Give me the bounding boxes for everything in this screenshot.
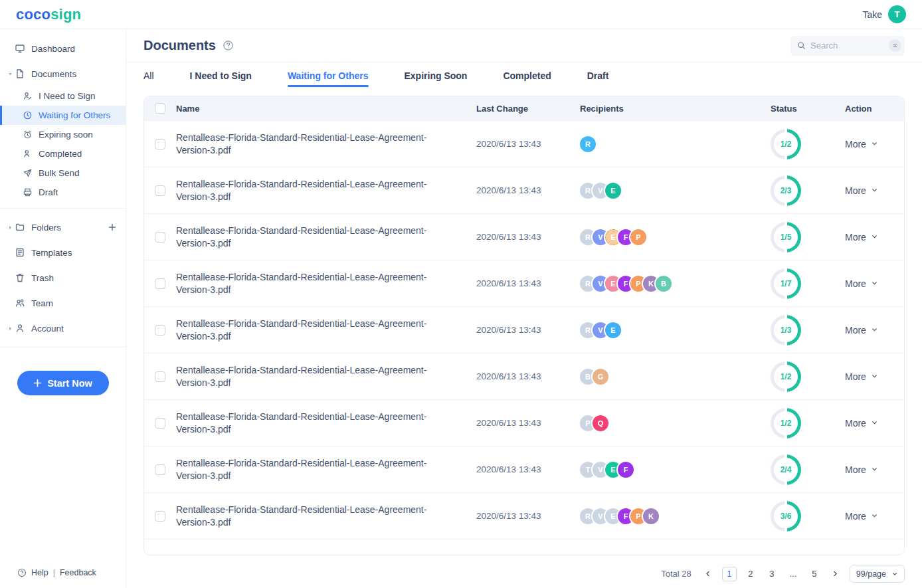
sidebar-item-label: Team	[31, 298, 53, 308]
status-fraction: 2/4	[774, 458, 798, 482]
tab-completed[interactable]: Completed	[503, 70, 551, 87]
sidebar-item-expiring-soon[interactable]: Expiring soon	[0, 125, 126, 144]
sidebar-item-account[interactable]: Account	[0, 318, 126, 338]
page-ellipsis: ...	[786, 567, 800, 581]
more-label: More	[845, 511, 866, 522]
caret-right-icon[interactable]	[5, 326, 15, 332]
select-all-checkbox[interactable]	[155, 103, 165, 114]
column-header-last-change: Last Change	[476, 104, 580, 114]
last-change: 2020/6/13 13:43	[476, 185, 580, 195]
last-change: 2020/6/13 13:43	[476, 464, 580, 474]
start-now-button[interactable]: Start Now	[17, 371, 109, 395]
search-clear-button[interactable]	[889, 39, 901, 52]
tab-draft[interactable]: Draft	[587, 70, 609, 87]
row-checkbox[interactable]	[155, 511, 165, 522]
sidebar-item-completed[interactable]: Completed	[0, 144, 126, 163]
tab-i-need-to-sign[interactable]: I Need to Sign	[190, 70, 252, 87]
more-label: More	[845, 464, 866, 475]
more-button[interactable]: More	[845, 232, 878, 243]
last-change: 2020/6/13 13:43	[476, 418, 580, 428]
page-button-5[interactable]: 5	[807, 567, 822, 581]
page-size-select[interactable]: 99/page	[850, 565, 905, 583]
row-checkbox[interactable]	[155, 232, 165, 243]
more-button[interactable]: More	[845, 185, 878, 196]
recipient-avatar: E	[605, 322, 621, 338]
page-button-3[interactable]: 3	[765, 567, 779, 581]
more-button[interactable]: More	[845, 325, 878, 336]
help-link[interactable]: Help	[31, 568, 48, 577]
sidebar-item-trash[interactable]: Trash	[0, 268, 126, 288]
sidebar-item-label: Folders	[31, 223, 61, 233]
tab-expiring-soon[interactable]: Expiring Soon	[405, 70, 468, 87]
sidebar-item-documents[interactable]: Documents	[0, 64, 126, 84]
plus-icon	[33, 379, 42, 387]
feedback-link[interactable]: Feedback	[60, 568, 96, 577]
recipient-avatar: P	[630, 229, 646, 245]
more-button[interactable]: More	[845, 418, 878, 429]
status-fraction: 1/3	[774, 318, 798, 342]
more-button[interactable]: More	[845, 371, 878, 382]
sidebar-item-team[interactable]: Team	[0, 293, 126, 313]
page-button-2[interactable]: 2	[743, 567, 758, 581]
dashboard-icon	[15, 43, 25, 54]
more-button[interactable]: More	[845, 511, 878, 522]
caret-right-icon[interactable]	[5, 225, 15, 231]
row-checkbox[interactable]	[155, 139, 165, 149]
main-content: Documents All I Need to Sign Waiting for…	[126, 29, 922, 588]
top-bar: cocosign Take T	[0, 0, 922, 29]
sidebar: Dashboard Documents I Need to Sign Waiti…	[0, 29, 126, 588]
user-menu[interactable]: Take T	[862, 5, 906, 23]
recipient-avatar: G	[593, 369, 608, 385]
sidebar-item-templates[interactable]: Templates	[0, 243, 126, 262]
sidebar-item-label: I Need to Sign	[39, 91, 96, 101]
avatar[interactable]: T	[888, 5, 906, 23]
recipient-avatar: F	[618, 462, 634, 478]
tab-all[interactable]: All	[143, 70, 154, 87]
table-row: Rentallease-Florida-Standard-Residential…	[144, 260, 904, 306]
more-button[interactable]: More	[845, 278, 878, 289]
prev-page-button[interactable]	[701, 567, 715, 581]
row-checkbox[interactable]	[155, 325, 165, 336]
table-row: Rentallease-Florida-Standard-Residential…	[144, 120, 904, 167]
more-button[interactable]: More	[845, 464, 878, 475]
row-checkbox[interactable]	[155, 371, 165, 382]
tab-waiting-for-others[interactable]: Waiting for Others	[288, 70, 369, 87]
page-button-1[interactable]: 1	[722, 567, 737, 581]
doc-name[interactable]: Rentallease-Florida-Standard-Residential…	[176, 132, 476, 156]
doc-name[interactable]: Rentallease-Florida-Standard-Residential…	[176, 225, 476, 249]
sidebar-item-draft[interactable]: Draft	[0, 183, 126, 202]
cocosign-logo[interactable]: cocosign	[16, 6, 81, 23]
row-checkbox[interactable]	[155, 418, 165, 429]
doc-name[interactable]: Rentallease-Florida-Standard-Residential…	[176, 178, 476, 203]
doc-name[interactable]: Rentallease-Florida-Standard-Residential…	[176, 411, 476, 435]
doc-name[interactable]: Rentallease-Florida-Standard-Residential…	[176, 504, 476, 528]
caret-down-icon[interactable]	[5, 71, 15, 77]
status-fraction: 1/5	[774, 225, 798, 249]
add-folder-icon[interactable]	[108, 223, 116, 231]
chevron-down-icon	[891, 571, 898, 577]
sidebar-item-i-need-to-sign[interactable]: I Need to Sign	[0, 86, 126, 106]
sidebar-item-label: Account	[31, 324, 64, 334]
tabs: All I Need to Sign Waiting for Others Ex…	[126, 62, 922, 89]
question-circle-icon[interactable]	[223, 40, 234, 51]
sidebar-item-waiting-for-others[interactable]: Waiting for Others	[0, 106, 126, 125]
status-fraction: 1/7	[774, 272, 798, 296]
chevron-right-icon	[832, 570, 839, 577]
doc-name[interactable]: Rentallease-Florida-Standard-Residential…	[176, 457, 476, 482]
search-input[interactable]	[810, 41, 884, 50]
row-checkbox[interactable]	[155, 278, 165, 289]
more-label: More	[845, 232, 866, 243]
doc-name[interactable]: Rentallease-Florida-Standard-Residential…	[176, 364, 476, 389]
sidebar-item-folders[interactable]: Folders	[0, 217, 126, 237]
sidebar-item-bulk-send[interactable]: Bulk Send	[0, 163, 126, 183]
chevron-down-icon	[871, 419, 878, 427]
row-checkbox[interactable]	[155, 185, 165, 196]
next-page-button[interactable]	[828, 567, 843, 581]
more-button[interactable]: More	[845, 139, 878, 149]
sidebar-divider	[0, 208, 126, 209]
chevron-left-icon	[704, 570, 711, 577]
doc-name[interactable]: Rentallease-Florida-Standard-Residential…	[176, 318, 476, 342]
doc-name[interactable]: Rentallease-Florida-Standard-Residential…	[176, 271, 476, 296]
row-checkbox[interactable]	[155, 464, 165, 475]
sidebar-item-dashboard[interactable]: Dashboard	[0, 39, 126, 58]
